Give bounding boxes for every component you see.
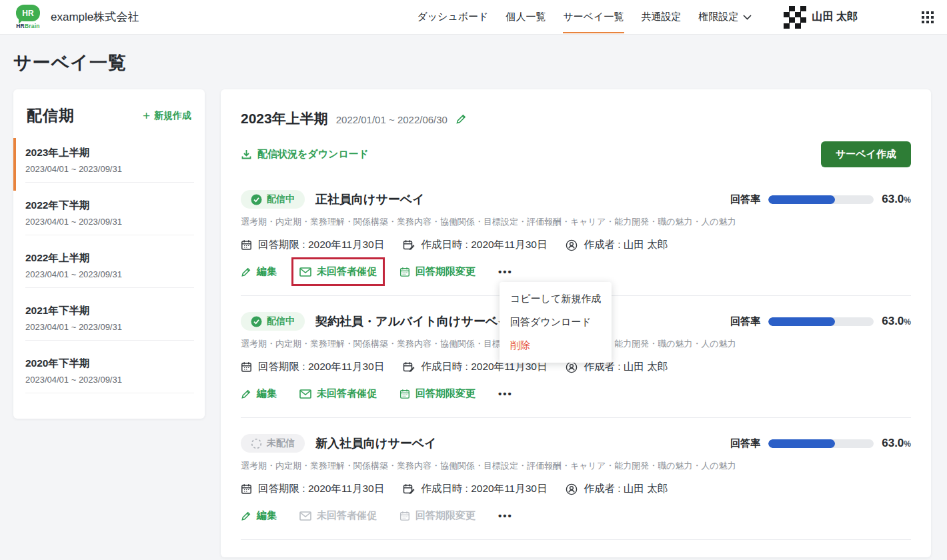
survey-title: 正社員向けサーベイ <box>315 191 425 207</box>
mail-icon <box>299 267 311 277</box>
top-navigation-bar: HR HRBrain example株式会社 ダッシュボード 個人一覧 サーベイ… <box>0 0 947 35</box>
avatar[interactable] <box>784 6 806 29</box>
survey-title: 契約社員・アルバイト向けサーベイ <box>315 313 510 329</box>
created-meta: 作成日時 : 2020年11月30日 <box>403 482 547 496</box>
survey-list-panel: 2023年上半期 2022/01/01 ~ 2022/06/30 配信状況をダウ… <box>221 89 931 557</box>
deadline-meta: 回答期限 : 2020年11月30日 <box>241 360 384 374</box>
calendar-edit-icon <box>403 239 415 251</box>
edit-button[interactable]: 編集 <box>241 509 277 522</box>
sidebar-item-period-2022h1[interactable]: 2022年上半期 2023/04/01 ~ 2023/09/31 <box>13 243 205 296</box>
create-period-button[interactable]: + 新規作成 <box>143 109 191 122</box>
remind-nonrespondents-button-highlighted[interactable]: 未回答者催促 <box>299 265 377 278</box>
survey-card-fulltime: 配信中 正社員向けサーベイ 回答率 63.0% 選考期・内定期・業務理解・関係構… <box>241 174 911 296</box>
chevron-down-icon <box>743 15 752 20</box>
remind-nonrespondents-button-disabled: 未回答者催促 <box>299 509 377 522</box>
sidebar-item-period-2023h1[interactable]: 2023年上半期 2023/04/01 ~ 2023/09/31 <box>13 138 205 191</box>
response-rate: 回答率 63.0% <box>730 193 911 206</box>
calendar-icon <box>241 239 252 251</box>
download-status-link[interactable]: 配信状況をダウンロード <box>241 148 369 161</box>
calendar-icon <box>399 511 410 521</box>
menu-item-copy-create[interactable]: コピーして新規作成 <box>500 287 612 311</box>
remind-nonrespondents-button[interactable]: 未回答者催促 <box>299 387 377 400</box>
survey-categories: 選考期・内定期・業務理解・関係構築・業務内容・協働関係・目標設定・評価報酬・キャ… <box>241 216 911 228</box>
dashed-circle-icon <box>251 438 262 449</box>
status-badge-delivering: 配信中 <box>241 190 305 209</box>
more-actions-menu: コピーして新規作成 回答ダウンロード 削除 <box>500 282 612 363</box>
pencil-icon <box>241 267 251 277</box>
response-rate: 回答率 63.0% <box>730 437 911 450</box>
more-actions-button[interactable]: ••• <box>498 388 513 399</box>
period-title: 2023年上半期 <box>241 109 328 128</box>
nav-dashboard[interactable]: ダッシュボード <box>417 1 488 33</box>
check-circle-icon <box>251 316 262 327</box>
mail-icon <box>299 511 311 521</box>
hrbrain-logo: HR HRBrain <box>13 5 43 29</box>
edit-button[interactable]: 編集 <box>241 387 277 400</box>
status-badge-delivering: 配信中 <box>241 312 305 331</box>
sidebar-item-period-2020h2[interactable]: 2020年下半期 2023/04/01 ~ 2023/09/31 <box>13 349 205 401</box>
pencil-icon <box>241 389 251 399</box>
delivery-period-sidebar: 配信期 + 新規作成 2023年上半期 2023/04/01 ~ 2023/09… <box>13 89 205 419</box>
created-meta: 作成日時 : 2020年11月30日 <box>403 238 547 252</box>
calendar-icon <box>241 361 252 373</box>
status-badge-undelivered: 未配信 <box>241 434 305 453</box>
nav-people-list[interactable]: 個人一覧 <box>506 1 546 33</box>
calendar-icon <box>399 389 410 399</box>
edit-button[interactable]: 編集 <box>241 265 277 278</box>
deadline-meta: 回答期限 : 2020年11月30日 <box>241 238 384 252</box>
nav-survey-list[interactable]: サーベイ一覧 <box>563 1 624 33</box>
plus-icon: + <box>143 109 150 122</box>
calendar-icon <box>399 267 410 277</box>
person-circle-icon <box>566 483 578 495</box>
create-survey-button[interactable]: サーベイ作成 <box>821 141 911 167</box>
sidebar-item-period-2022h2[interactable]: 2022年下半期 2023/04/01 ~ 2023/09/31 <box>13 191 205 243</box>
sidebar-title: 配信期 <box>27 105 75 126</box>
pencil-icon <box>241 511 251 521</box>
main-nav: ダッシュボード 個人一覧 サーベイ一覧 共通設定 権限設定 <box>417 1 751 33</box>
survey-card-newhire: 未配信 新入社員向けサーベイ 回答率 63.0% 選考期・内定期・業務理解・関係… <box>241 418 911 540</box>
change-deadline-button-disabled: 回答期限変更 <box>399 509 476 522</box>
more-actions-button[interactable]: ••• <box>498 510 513 521</box>
check-circle-icon <box>251 194 262 205</box>
survey-categories: 選考期・内定期・業務理解・関係構築・業務内容・協働関係・目標設定・評価報酬・キャ… <box>241 460 911 472</box>
nav-common-settings[interactable]: 共通設定 <box>642 1 682 33</box>
apps-grid-icon[interactable] <box>922 11 934 23</box>
more-actions-button[interactable]: ••• <box>498 266 513 277</box>
author-meta: 作成者 : 山田 太郎 <box>566 238 668 252</box>
page-title: サーベイ一覧 <box>13 51 947 75</box>
nav-permission-settings[interactable]: 権限設定 <box>699 1 752 33</box>
person-circle-icon <box>566 361 578 373</box>
download-icon <box>241 149 252 160</box>
change-deadline-button[interactable]: 回答期限変更 <box>399 265 476 278</box>
deadline-meta: 回答期限 : 2020年11月30日 <box>241 482 384 496</box>
period-range: 2022/01/01 ~ 2022/06/30 <box>336 114 447 125</box>
logo-text-brain: Brain <box>25 23 40 29</box>
company-name: example株式会社 <box>51 9 139 25</box>
response-rate-bar <box>768 317 874 326</box>
calendar-edit-icon <box>403 361 415 373</box>
user-menu[interactable]: 山田 太郎 <box>784 6 858 29</box>
sidebar-item-period-2021h2[interactable]: 2021年下半期 2023/04/01 ~ 2023/09/31 <box>13 296 205 349</box>
hrbrain-logo-bubble: HR <box>16 5 40 21</box>
response-rate-bar <box>768 439 874 448</box>
edit-period-icon[interactable] <box>455 113 467 125</box>
survey-title: 新入社員向けサーベイ <box>315 435 437 451</box>
person-circle-icon <box>566 239 578 251</box>
menu-item-delete[interactable]: 削除 <box>500 334 612 357</box>
change-deadline-button[interactable]: 回答期限変更 <box>399 387 476 400</box>
calendar-icon <box>241 483 252 495</box>
author-meta: 作成者 : 山田 太郎 <box>566 482 668 496</box>
user-name: 山田 太郎 <box>812 10 858 24</box>
mail-icon <box>299 389 311 399</box>
calendar-edit-icon <box>403 483 415 495</box>
brand: HR HRBrain example株式会社 <box>13 5 139 29</box>
response-rate-bar <box>768 195 874 204</box>
menu-item-download-answers[interactable]: 回答ダウンロード <box>500 311 612 334</box>
response-rate: 回答率 63.0% <box>730 315 911 328</box>
